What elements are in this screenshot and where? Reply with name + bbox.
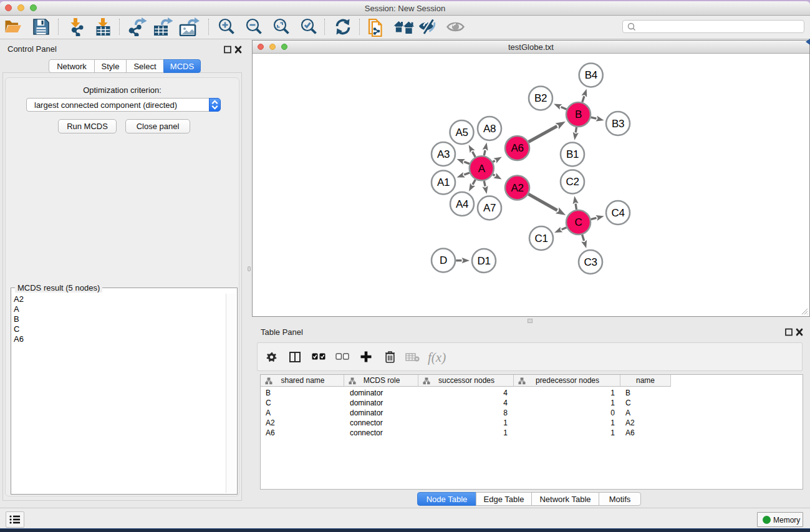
svg-text:A7: A7 bbox=[483, 202, 496, 214]
svg-text:A1: A1 bbox=[437, 177, 450, 188]
svg-text:A8: A8 bbox=[483, 123, 496, 135]
svg-text:A2: A2 bbox=[511, 182, 524, 194]
svg-text:D: D bbox=[440, 254, 447, 266]
svg-text:A3: A3 bbox=[437, 148, 450, 160]
svg-text:B2: B2 bbox=[534, 92, 547, 104]
svg-text:C: C bbox=[575, 216, 582, 228]
svg-text:C4: C4 bbox=[612, 207, 625, 219]
svg-text:C2: C2 bbox=[566, 176, 579, 188]
svg-text:B1: B1 bbox=[566, 148, 579, 160]
svg-text:A6: A6 bbox=[511, 142, 524, 154]
svg-text:B4: B4 bbox=[585, 69, 597, 81]
svg-text:D1: D1 bbox=[478, 255, 491, 267]
svg-text:B3: B3 bbox=[612, 118, 624, 130]
svg-text:C1: C1 bbox=[535, 233, 548, 244]
svg-text:B: B bbox=[575, 109, 582, 120]
svg-text:A5: A5 bbox=[456, 127, 468, 138]
svg-text:A4: A4 bbox=[456, 198, 468, 210]
svg-text:A: A bbox=[478, 163, 486, 175]
svg-text:C3: C3 bbox=[584, 256, 597, 268]
